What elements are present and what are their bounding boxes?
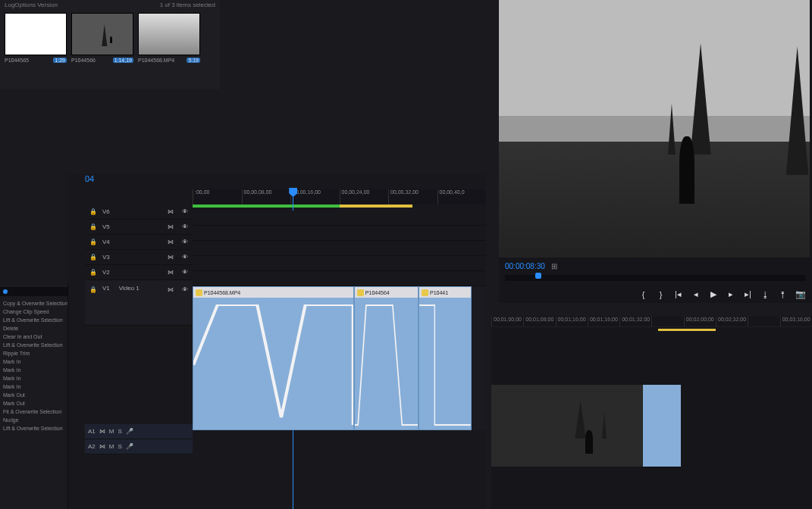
program-scrubber[interactable] — [505, 275, 806, 281]
context-item[interactable]: Fit & Overwrite Selection — [0, 408, 67, 416]
mic-icon[interactable]: 🎤 — [126, 443, 133, 450]
track-header[interactable]: 🔒V4⋈👁 — [85, 235, 193, 250]
lock-icon[interactable]: 🔒 — [88, 222, 98, 232]
ruler-tick: 00;01;16;00 — [588, 317, 619, 326]
context-item[interactable]: Mark In — [0, 358, 67, 366]
step-fwd-button[interactable]: ▸ — [725, 289, 736, 300]
track-header-v1[interactable]: 🔒V1Video 1⋈👁 — [85, 280, 193, 326]
sync-icon[interactable]: ⋈ — [165, 207, 175, 217]
time-remap-graph[interactable] — [193, 298, 353, 429]
bin-clip[interactable]: P1044568.MP4 5:19 — [138, 13, 200, 63]
sync-icon[interactable]: ⋈ — [165, 252, 175, 262]
eye-icon[interactable]: 👁 — [180, 267, 190, 277]
lock-icon[interactable]: 🔒 — [88, 252, 98, 262]
context-item[interactable]: Clear In and Out — [0, 333, 67, 341]
timeline-timecode[interactable]: 04 — [85, 174, 486, 183]
context-item[interactable]: Delete — [0, 324, 67, 333]
lift-button[interactable]: ⭳ — [760, 289, 771, 300]
go-to-in-button[interactable]: |◂ — [672, 289, 684, 300]
sync-icon[interactable]: ⋈ — [165, 285, 175, 295]
solo-button[interactable]: S — [118, 443, 121, 450]
video-track[interactable] — [193, 241, 486, 256]
work-area-bar[interactable] — [193, 205, 486, 208]
ruler-tick: 00,00,24,00 — [340, 189, 389, 205]
context-item[interactable]: Nudge — [0, 416, 67, 424]
video-track[interactable] — [193, 226, 486, 241]
time-ruler[interactable]: :00,0000,00,08,0000,00,16,0000,00,24,000… — [193, 189, 486, 205]
audio-track-header[interactable]: A1⋈MS🎤 — [85, 424, 193, 439]
audio-track-header[interactable]: A2⋈MS🎤 — [85, 439, 193, 454]
sync-icon[interactable]: ⋈ — [165, 237, 175, 247]
sync-icon[interactable]: ⋈ — [99, 428, 105, 435]
sync-icon[interactable]: ⋈ — [165, 267, 175, 277]
context-item[interactable]: Change Clip Speed — [0, 308, 67, 316]
track-area[interactable]: P1044568.MP4P1044564P10441 — [193, 211, 486, 509]
track-id: V5 — [102, 223, 161, 230]
track-id: V4 — [102, 239, 161, 245]
mark-out-button[interactable]: } — [655, 289, 666, 300]
mark-in-button[interactable]: { — [638, 289, 649, 300]
eye-icon[interactable]: 👁 — [180, 207, 190, 217]
export-frame-button[interactable]: 📷 — [795, 289, 806, 300]
extract-button[interactable]: ⭱ — [777, 289, 788, 300]
source-work-area[interactable] — [491, 329, 812, 331]
source-ruler[interactable]: 00;01;00;0000;01;08;0000;01;16;0000;01;1… — [491, 317, 812, 327]
solo-button[interactable]: S — [118, 428, 121, 435]
ruler-tick: 00;02;32;00 — [716, 317, 748, 326]
source-clip-strip[interactable] — [491, 385, 812, 467]
fx-badge-icon[interactable] — [357, 289, 364, 296]
timeline-clip[interactable]: P1044564 — [354, 286, 419, 430]
timeline-clip[interactable]: P1044568.MP4 — [193, 286, 354, 430]
timeline-clip[interactable]: P10441 — [419, 286, 472, 430]
video-track[interactable] — [193, 211, 486, 226]
context-item[interactable]: Ripple Trim — [0, 349, 67, 358]
context-item[interactable]: Mark Out — [0, 399, 67, 408]
video-track[interactable] — [193, 256, 486, 271]
clip-header: P1044564 — [355, 287, 418, 298]
context-item[interactable]: Mark In — [0, 374, 67, 383]
mute-button[interactable]: M — [109, 443, 114, 450]
mute-button[interactable]: M — [109, 428, 114, 435]
context-item[interactable]: Mark Out — [0, 391, 67, 399]
context-item[interactable]: Lift & Overwrite Selection — [0, 424, 67, 432]
fx-badge-icon[interactable] — [196, 289, 202, 296]
source-timeline: 00;01;00;0000;01;08;0000;01;16;0000;01;1… — [491, 317, 812, 509]
track-header[interactable]: 🔒V3⋈👁 — [85, 250, 193, 265]
bin-clip[interactable]: P1044566 1:14,19 — [71, 13, 133, 63]
track-header[interactable]: 🔒V6⋈👁 — [85, 205, 193, 220]
bin-clip[interactable]: P1044565 1:29 — [5, 13, 67, 63]
lock-icon[interactable]: 🔒 — [88, 285, 98, 295]
time-remap-graph[interactable] — [355, 298, 418, 429]
program-timecode[interactable]: 00:00:08:30 — [505, 262, 545, 270]
eye-icon[interactable]: 👁 — [180, 237, 190, 247]
lock-icon[interactable]: 🔒 — [88, 207, 98, 217]
sync-icon[interactable]: ⋈ — [165, 222, 175, 232]
eye-icon[interactable]: 👁 — [180, 252, 190, 262]
time-remap-graph[interactable] — [419, 298, 471, 429]
context-item[interactable]: Mark In — [0, 383, 67, 391]
context-item[interactable]: Mark In — [0, 366, 67, 374]
track-header[interactable]: 🔒V5⋈👁 — [85, 220, 193, 235]
fx-badge-icon[interactable] — [422, 289, 428, 296]
go-to-out-button[interactable]: ▸| — [742, 289, 754, 300]
track-header[interactable]: 🔒V2⋈👁 — [85, 265, 193, 280]
eye-icon[interactable]: 👁 — [180, 222, 190, 232]
sync-icon[interactable]: ⋈ — [99, 443, 105, 450]
video-track-v1[interactable]: P1044568.MP4P1044564P10441 — [193, 286, 486, 430]
monitor-view[interactable] — [499, 0, 810, 258]
ctx-slider[interactable] — [0, 287, 67, 296]
clip-name: P1044568.MP4 — [204, 290, 240, 295]
eye-icon[interactable]: 👁 — [180, 285, 190, 295]
mic-icon[interactable]: 🎤 — [126, 428, 133, 435]
video-track[interactable] — [193, 271, 486, 286]
scrub-head[interactable] — [535, 273, 541, 279]
context-item[interactable]: Lift & Overwrite Selection — [0, 341, 67, 349]
context-item[interactable]: Lift & Overwrite Selection — [0, 316, 67, 324]
ruler-tick: 00,00,16,00 — [290, 189, 340, 205]
step-back-button[interactable]: ◂ — [690, 289, 701, 300]
context-item[interactable]: Copy & Overwrite Selection — [0, 299, 67, 308]
fit-icon[interactable]: ⊞ — [551, 262, 557, 270]
play-button[interactable]: ▶ — [707, 289, 719, 300]
lock-icon[interactable]: 🔒 — [88, 267, 98, 277]
lock-icon[interactable]: 🔒 — [88, 237, 98, 247]
